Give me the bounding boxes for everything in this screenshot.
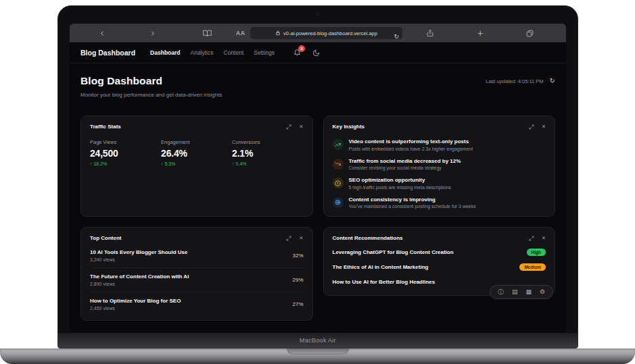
expand-icon[interactable] — [529, 236, 534, 241]
content-views: 3,240 views — [90, 257, 187, 262]
reader-options-button[interactable]: AA — [236, 24, 245, 43]
table-row[interactable]: How to Optimize Your Blog for SEO 2,450 … — [90, 292, 304, 313]
card-title: Key Insights — [333, 124, 365, 130]
stat-change: ↑ 18.2% — [90, 161, 161, 166]
card-key-insights: Key Insights ✕ — [323, 115, 556, 217]
browser-window: AA v0-ai-powered-blog-dashboard.vercel.a… — [70, 24, 566, 333]
list-item[interactable]: The Ethics of AI in Content Marketing Me… — [333, 263, 546, 271]
list-item[interactable]: Leveraging ChatGPT for Blog Content Crea… — [333, 248, 546, 257]
stat-change: ↑ 0.4% — [232, 161, 303, 166]
close-icon[interactable]: ✕ — [299, 236, 303, 241]
nav-item-dashboard[interactable]: Dashboard — [150, 49, 180, 56]
insight-subtitle: 5 high-traffic posts are missing meta de… — [349, 185, 452, 190]
card-actions: ✕ — [529, 124, 546, 130]
card-title: Content Recommendations — [333, 235, 403, 241]
sidebar-button[interactable] — [203, 24, 212, 43]
insight-text: Video content is outperforming text-only… — [349, 138, 473, 151]
address-bar[interactable]: v0-ai-powered-blog-dashboard.vercel.app … — [250, 27, 402, 39]
nav-item-settings[interactable]: Settings — [254, 49, 275, 56]
nav-item-analytics[interactable]: Analytics — [191, 49, 214, 56]
stat-value: 26.4% — [161, 148, 232, 159]
settings-gear-icon[interactable]: ⚙ — [540, 289, 545, 295]
card-actions: ✕ — [286, 124, 303, 130]
site-nav: Blog Dashboard Dashboard Analytics Conte… — [70, 43, 566, 63]
card-header: Content Recommendations ✕ — [333, 235, 546, 241]
reload-icon[interactable]: ↻ — [394, 30, 399, 43]
table-row[interactable]: 10 AI Tools Every Blogger Should Use 3,2… — [90, 244, 304, 268]
trending-up-icon — [333, 139, 344, 150]
insight-text: Traffic from social media decreased by 1… — [349, 158, 461, 171]
notifications-button[interactable]: 3 — [293, 49, 301, 57]
site-brand: Blog Dashboard — [80, 49, 135, 57]
forward-button[interactable] — [149, 24, 156, 43]
info-icon[interactable]: ⓘ — [498, 289, 504, 295]
page-subtitle: Monitor your blog performance and get da… — [80, 92, 555, 98]
recommendation-title: Leveraging ChatGPT for Blog Content Crea… — [333, 249, 454, 255]
insight-title: Content consistency is improving — [349, 197, 476, 203]
expand-icon[interactable] — [529, 124, 534, 130]
insight-title: Video content is outperforming text-only… — [349, 138, 473, 145]
content-views: 2,890 views — [90, 282, 189, 286]
stat-label: Page Views — [90, 139, 161, 145]
insight-title: SEO optimization opportunity — [349, 177, 452, 183]
stat-page-views: Page Views 24,500 ↑ 18.2% — [90, 139, 161, 166]
card-header: Key Insights ✕ — [333, 124, 546, 130]
trending-down-icon — [333, 159, 344, 170]
share-button[interactable] — [426, 24, 434, 43]
content-title: The Future of Content Creation with AI — [90, 274, 189, 280]
new-tab-button[interactable]: + — [477, 24, 483, 43]
laptop-base — [0, 348, 635, 364]
card-traffic-stats: Traffic Stats ✕ Page Views 24,500 ↑ 18.2… — [80, 115, 313, 217]
card-actions: ✕ — [286, 236, 303, 241]
stat-label: Engagement — [161, 139, 232, 145]
nav-item-content[interactable]: Content — [224, 49, 244, 56]
floating-action-toolbar[interactable]: ⓘ ▤ ▦ ⚙ — [490, 285, 553, 299]
list-item: Content consistency is improving You've … — [333, 197, 546, 209]
recommendations-list: Leveraging ChatGPT for Blog Content Crea… — [333, 248, 546, 286]
content-title: How to Optimize Your Blog for SEO — [90, 298, 181, 304]
insight-text: SEO optimization opportunity 5 high-traf… — [349, 177, 452, 190]
close-icon[interactable]: ✕ — [299, 124, 303, 130]
insight-subtitle: Consider revising your social media stra… — [349, 165, 461, 170]
stat-change: ↑ 5.3% — [161, 161, 232, 166]
stats-row: Page Views 24,500 ↑ 18.2% Engagement 26.… — [90, 139, 304, 166]
device-label: MacBook Air — [300, 337, 336, 344]
stat-conversions: Conversions 2.1% ↑ 0.4% — [232, 139, 303, 166]
content-text: 10 AI Tools Every Blogger Should Use 3,2… — [90, 249, 187, 262]
list-item: SEO optimization opportunity 5 high-traf… — [333, 177, 546, 190]
content-views: 2,450 views — [90, 306, 181, 311]
list-item: Traffic from social media decreased by 1… — [333, 158, 546, 171]
frame-icon[interactable]: ▦ — [525, 289, 532, 295]
list-item: Video content is outperforming text-only… — [333, 138, 546, 151]
tabs-icon — [525, 29, 534, 38]
priority-badge: Medium — [519, 263, 546, 271]
laptop-chin: MacBook Air — [58, 333, 578, 348]
theme-toggle-button[interactable] — [312, 49, 320, 57]
table-row[interactable]: The Future of Content Creation with AI 2… — [90, 268, 304, 292]
top-content-list: 10 AI Tools Every Blogger Should Use 3,2… — [90, 244, 304, 313]
insight-title: Traffic from social media decreased by 1… — [349, 158, 461, 164]
lock-icon — [275, 30, 281, 36]
content-text: The Future of Content Creation with AI 2… — [90, 274, 189, 286]
card-header: Top Content ✕ — [90, 235, 304, 241]
laptop-screen: AA v0-ai-powered-blog-dashboard.vercel.a… — [57, 5, 578, 348]
last-updated: Last updated: 4:05:11 PM ↻ — [486, 78, 555, 84]
back-button[interactable] — [99, 24, 105, 43]
file-icon[interactable]: ▤ — [512, 289, 518, 295]
stat-value: 2.1% — [232, 148, 303, 159]
webcam-icon — [316, 12, 320, 16]
target-icon — [333, 197, 344, 208]
content-percent: 32% — [292, 253, 303, 259]
close-icon[interactable]: ✕ — [542, 236, 546, 241]
expand-icon[interactable] — [286, 124, 291, 130]
notification-badge: 3 — [298, 45, 305, 52]
chevron-right-icon — [149, 29, 156, 38]
card-header: Traffic Stats ✕ — [90, 124, 304, 130]
content-percent: 27% — [292, 301, 303, 307]
close-icon[interactable]: ✕ — [542, 124, 546, 130]
card-top-content: Top Content ✕ 10 AI Tools Every Blogger … — [80, 227, 313, 321]
laptop-notch — [287, 348, 349, 355]
refresh-icon[interactable]: ↻ — [550, 78, 555, 84]
expand-icon[interactable] — [286, 236, 291, 241]
tab-overview-button[interactable] — [525, 24, 534, 43]
